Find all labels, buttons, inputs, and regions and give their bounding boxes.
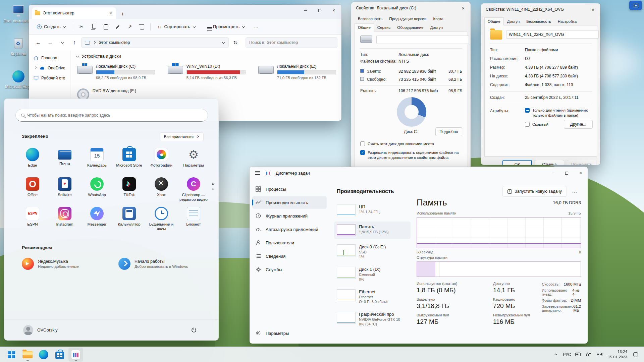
start-app-calendar[interactable]: Календарь <box>81 146 113 175</box>
start-app-calculator[interactable]: Калькулятор <box>113 205 145 234</box>
tab-sharing[interactable]: Доступ <box>504 17 523 25</box>
forward-button[interactable]: → <box>45 37 56 48</box>
tab-hardware[interactable]: Оборудование <box>394 23 427 32</box>
start-app-whatsapp[interactable]: WhatsApp <box>81 175 113 205</box>
start-app-edge[interactable]: Edge <box>16 146 49 175</box>
metric-disk0[interactable]: Диск 0 (C: E:) SSD 1% <box>334 242 411 261</box>
maximize-button[interactable] <box>559 167 574 179</box>
nav-processes[interactable]: Процессы <box>252 183 327 195</box>
paste-icon[interactable] <box>101 22 111 32</box>
pinned-pagination-dots[interactable] <box>212 183 214 190</box>
start-app-notepad[interactable]: Блокнот <box>177 205 210 234</box>
menu-icon[interactable] <box>255 171 260 175</box>
nav-users[interactable]: Пользователи <box>252 236 327 249</box>
power-button[interactable] <box>188 324 200 336</box>
drive-d[interactable]: WIN7_WIN10 (D:) 5,14 ГБ свободно из 56,3… <box>166 63 254 81</box>
notification-center-button[interactable] <box>631 349 641 361</box>
recommended-item-get-started[interactable]: Начало работы Добро пожаловать в Windows <box>115 255 209 273</box>
start-app-office[interactable]: Office <box>16 175 49 205</box>
minimize-button[interactable] <box>545 167 559 179</box>
start-app-instagram[interactable]: Instagram <box>49 205 81 234</box>
dialog-title-bar[interactable]: Свойства: WIN11_4IN1_22H2_X64_OVG × <box>481 3 600 15</box>
hidden-checkbox[interactable] <box>525 122 530 127</box>
hidden-icons-button[interactable] <box>551 349 561 361</box>
more-options-button[interactable]: … <box>570 188 580 194</box>
sort-button[interactable]: ↑↓ Сортировать <box>154 22 199 31</box>
sidebar-item-desktop[interactable]: Рабочий сто <box>31 73 68 83</box>
dialog-title-bar[interactable]: Свойства: Локальный диск (C:) × <box>351 2 471 14</box>
start-app-solitaire[interactable]: Solitaire <box>49 175 81 205</box>
start-app-store[interactable]: Microsoft Store <box>113 146 145 175</box>
volume-tray-icon[interactable] <box>594 349 604 361</box>
cut-icon[interactable]: ✂ <box>76 22 87 32</box>
other-attributes-button[interactable]: Другие... <box>564 120 593 129</box>
folder-name-field[interactable] <box>506 30 599 39</box>
nav-app-history[interactable]: Журнал приложений <box>252 209 327 222</box>
hidden-checkbox-row[interactable]: Скрытый <box>525 122 548 127</box>
start-app-messenger[interactable]: Messenger <box>81 205 113 234</box>
nav-settings[interactable]: Параметры <box>252 327 327 340</box>
sidebar-item-onedrive[interactable]: OneDrive <box>31 63 68 73</box>
compress-checkbox-row[interactable]: Сжать этот диск для экономии места <box>360 141 462 146</box>
drive-c[interactable]: Локальный диск (C:) 68,2 ГБ свободно из … <box>76 63 164 81</box>
rename-icon[interactable] <box>113 22 123 32</box>
metric-memory[interactable]: Память 1,9/15,9 ГБ (12%) <box>334 222 411 239</box>
tab-general[interactable]: Общие <box>355 23 374 32</box>
history-dropdown[interactable] <box>57 37 68 48</box>
metric-disk1[interactable]: Диск 1 (D:) Сменный 0% <box>334 264 411 284</box>
metric-ethernet[interactable]: Ethernet Ethernet О: 0 П: 8,0 кбит/с <box>334 287 411 306</box>
tab-security[interactable]: Безопасность <box>355 15 386 23</box>
index-checkbox[interactable] <box>360 150 365 155</box>
start-search-input[interactable] <box>27 113 202 118</box>
close-button[interactable]: × <box>327 5 341 16</box>
language-indicator[interactable]: РУС <box>561 349 572 361</box>
nav-performance[interactable]: Производительность <box>252 196 327 209</box>
tab-quota[interactable]: Квота <box>430 15 446 23</box>
taskbar-edge-button[interactable] <box>36 348 51 362</box>
start-app-alarms[interactable]: Будильники и часы <box>145 205 177 234</box>
tab-security[interactable]: Безопасность <box>523 17 554 25</box>
index-checkbox-row[interactable]: Разрешить индексировать содержимое файло… <box>360 150 462 160</box>
user-profile-button[interactable]: OVGorskiy <box>23 325 57 335</box>
view-button[interactable]: Просмотреть <box>201 22 249 32</box>
start-app-tiktok[interactable]: TikTok <box>113 175 145 205</box>
start-app-xbox[interactable]: Xbox <box>145 175 177 205</box>
taskbar-clock[interactable]: 13:24 15.01.2023 <box>605 349 630 360</box>
run-new-task-button[interactable]: Запустить новую задачу <box>502 186 567 197</box>
drive-e[interactable]: Локальный диск (E:) 71,0 ГБ свободно из … <box>257 63 341 81</box>
start-app-clipchamp[interactable]: Clipchamp — редактор видео <box>177 175 210 205</box>
tab-tools[interactable]: Сервис <box>374 23 394 32</box>
refresh-button[interactable]: ↻ <box>230 37 241 48</box>
start-app-espn[interactable]: ESPN <box>16 205 49 234</box>
tab-close-icon[interactable]: × <box>108 10 113 16</box>
explorer-tab-bar[interactable]: Этот компьютер × + × <box>29 5 341 19</box>
share-icon[interactable]: ↗ <box>125 22 135 32</box>
nav-details[interactable]: Сведения <box>252 250 327 262</box>
up-button[interactable]: ↑ <box>69 37 80 48</box>
nav-services[interactable]: Службы <box>252 263 327 276</box>
new-tab-button[interactable]: + <box>116 11 129 19</box>
maximize-button[interactable] <box>313 5 327 16</box>
start-search-box[interactable] <box>15 109 208 122</box>
close-button[interactable]: × <box>574 167 588 179</box>
section-devices-and-drives[interactable]: Устройства и диски <box>76 54 341 59</box>
details-button[interactable]: Подробно <box>435 127 462 136</box>
more-button[interactable]: … <box>251 22 262 31</box>
taskbar-task-manager-button[interactable] <box>68 348 83 362</box>
apply-button[interactable]: Применить <box>567 160 596 165</box>
tab-customize[interactable]: Настройка <box>554 17 580 25</box>
address-dropdown-icon[interactable] <box>222 41 225 44</box>
metric-gpu[interactable]: Графический про NVIDIA GeForce GTX 10 0%… <box>334 309 411 329</box>
start-app-settings[interactable]: Параметры <box>177 146 210 175</box>
tab-general[interactable]: Общие <box>484 17 504 25</box>
keyboard-tray-icon[interactable] <box>573 349 583 361</box>
touch-keyboard-badge[interactable] <box>629 1 642 10</box>
compress-checkbox[interactable] <box>360 141 365 146</box>
explorer-search-input[interactable] <box>249 40 334 45</box>
tab-sharing[interactable]: Доступ <box>427 23 446 32</box>
copy-icon[interactable] <box>89 22 99 32</box>
cancel-button[interactable]: Отмена <box>535 160 564 165</box>
start-button[interactable] <box>4 348 19 362</box>
back-button[interactable]: ← <box>33 37 44 48</box>
address-bar[interactable]: Этот компьютер <box>81 37 229 48</box>
